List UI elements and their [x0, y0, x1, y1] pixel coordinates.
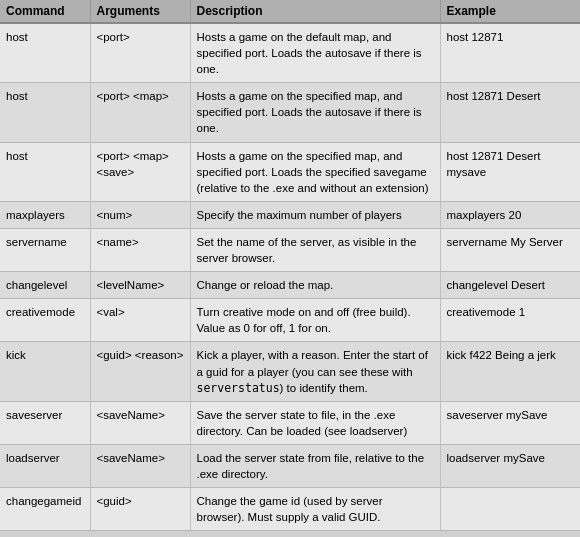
- cell-example: creativemode 1: [440, 299, 580, 342]
- cell-arguments: <name>: [90, 228, 190, 271]
- cell-arguments: <levelName>: [90, 272, 190, 299]
- command-reference-table: Command Arguments Description Example ho…: [0, 0, 580, 531]
- cell-example: saveserver mySave: [440, 401, 580, 444]
- table-row: loadserver<saveName>Load the server stat…: [0, 444, 580, 487]
- cell-arguments: <port> <map> <save>: [90, 142, 190, 201]
- cell-command: saveserver: [0, 401, 90, 444]
- cell-command: host: [0, 83, 90, 142]
- table-row: host<port> <map> <save>Hosts a game on t…: [0, 142, 580, 201]
- header-description: Description: [190, 0, 440, 23]
- cell-example: kick f422 Being a jerk: [440, 342, 580, 401]
- table-row: servername<name>Set the name of the serv…: [0, 228, 580, 271]
- cell-example: changelevel Desert: [440, 272, 580, 299]
- cell-command: host: [0, 142, 90, 201]
- header-arguments: Arguments: [90, 0, 190, 23]
- cell-description: Set the name of the server, as visible i…: [190, 228, 440, 271]
- cell-arguments: <saveName>: [90, 401, 190, 444]
- cell-command: host: [0, 23, 90, 83]
- cell-command: creativemode: [0, 299, 90, 342]
- cell-command: servername: [0, 228, 90, 271]
- cell-description: Save the server state to file, in the .e…: [190, 401, 440, 444]
- cell-arguments: <saveName>: [90, 444, 190, 487]
- table-row: kick<guid> <reason>Kick a player, with a…: [0, 342, 580, 401]
- cell-description: Change the game id (used by server brows…: [190, 488, 440, 531]
- header-example: Example: [440, 0, 580, 23]
- header-command: Command: [0, 0, 90, 23]
- cell-arguments: <val>: [90, 299, 190, 342]
- cell-example: maxplayers 20: [440, 201, 580, 228]
- cell-description: Load the server state from file, relativ…: [190, 444, 440, 487]
- cell-description: Change or reload the map.: [190, 272, 440, 299]
- cell-description: Hosts a game on the default map, and spe…: [190, 23, 440, 83]
- cell-description: Hosts a game on the specified map, and s…: [190, 83, 440, 142]
- cell-description: Kick a player, with a reason. Enter the …: [190, 342, 440, 401]
- cell-arguments: <guid>: [90, 488, 190, 531]
- table-row: changegameid<guid>Change the game id (us…: [0, 488, 580, 531]
- table-row: saveserver<saveName>Save the server stat…: [0, 401, 580, 444]
- cell-example: host 12871: [440, 23, 580, 83]
- cell-arguments: <guid> <reason>: [90, 342, 190, 401]
- cell-arguments: <num>: [90, 201, 190, 228]
- table-row: host<port> <map>Hosts a game on the spec…: [0, 83, 580, 142]
- cell-example: host 12871 Desert mysave: [440, 142, 580, 201]
- cell-description: Specify the maximum number of players: [190, 201, 440, 228]
- cell-command: changelevel: [0, 272, 90, 299]
- cell-command: changegameid: [0, 488, 90, 531]
- cell-arguments: <port>: [90, 23, 190, 83]
- cell-example: loadserver mySave: [440, 444, 580, 487]
- table-row: creativemode<val>Turn creative mode on a…: [0, 299, 580, 342]
- table-row: changelevel<levelName>Change or reload t…: [0, 272, 580, 299]
- cell-command: loadserver: [0, 444, 90, 487]
- cell-example: servername My Server: [440, 228, 580, 271]
- cell-example: [440, 488, 580, 531]
- cell-command: kick: [0, 342, 90, 401]
- cell-command: maxplayers: [0, 201, 90, 228]
- table-row: host<port>Hosts a game on the default ma…: [0, 23, 580, 83]
- table-row: maxplayers<num>Specify the maximum numbe…: [0, 201, 580, 228]
- cell-arguments: <port> <map>: [90, 83, 190, 142]
- cell-description: Hosts a game on the specified map, and s…: [190, 142, 440, 201]
- cell-example: host 12871 Desert: [440, 83, 580, 142]
- cell-description: Turn creative mode on and off (free buil…: [190, 299, 440, 342]
